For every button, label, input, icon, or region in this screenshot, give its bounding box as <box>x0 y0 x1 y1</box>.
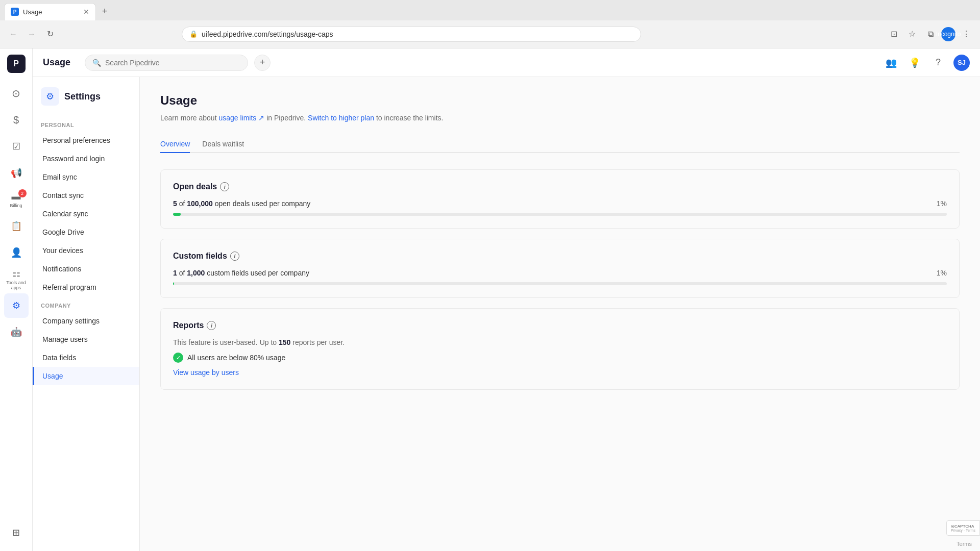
switch-plan-link[interactable]: Switch to higher plan <box>308 114 374 122</box>
nav-usage[interactable]: Usage <box>33 367 139 385</box>
sidebar-item-contacts[interactable]: 👤 <box>4 240 29 265</box>
bookmark-icon[interactable]: ☆ <box>904 27 920 42</box>
company-section-label: COMPANY <box>33 296 139 312</box>
icon-sidebar: P ⊙ $ ☑ 📢 ▬ Billing 2 📋 👤 ⚏ Tools and ap… <box>0 48 33 551</box>
help-icon[interactable]: ? <box>930 55 946 71</box>
page-title: Usage <box>160 93 960 108</box>
reports-title: Reports i <box>173 321 947 330</box>
open-deals-progress-bar <box>173 213 947 216</box>
nav-company-settings[interactable]: Company settings <box>33 312 139 330</box>
open-deals-count: 5 of 100,000 open deals used per company <box>173 199 310 208</box>
custom-fields-percent: 1% <box>937 269 947 277</box>
sidebar-item-store[interactable]: ⊞ <box>4 520 29 545</box>
reports-info-text: This feature is user-based. Up to 150 re… <box>173 338 947 346</box>
recaptcha-badge: reCAPTCHA Privacy - Terms <box>946 520 980 536</box>
url-text: uifeed.pipedrive.com/settings/usage-caps <box>202 30 633 38</box>
sidebar-item-reports[interactable]: 📋 <box>4 214 29 238</box>
app-logo[interactable]: P <box>7 55 26 73</box>
back-button[interactable]: ← <box>6 27 20 41</box>
sidebar-item-marketing[interactable]: 📢 <box>4 161 29 185</box>
store-icon: ⊞ <box>12 527 20 538</box>
forward-button[interactable]: → <box>24 27 39 41</box>
automations-icon: 🤖 <box>11 327 22 338</box>
check-text: All users are below 80% usage <box>187 354 285 362</box>
tab-overview[interactable]: Overview <box>160 136 190 153</box>
sidebar-item-settings[interactable]: ⚙ <box>4 293 29 318</box>
app: P ⊙ $ ☑ 📢 ▬ Billing 2 📋 👤 ⚏ Tools and ap… <box>0 48 980 551</box>
profile-icon[interactable]: Incognito <box>941 27 955 41</box>
more-options-icon[interactable]: ⋮ <box>959 27 974 42</box>
settings-icon: ⚙ <box>12 300 20 311</box>
tab-title: Usage <box>23 8 42 16</box>
view-usage-link[interactable]: View usage by users <box>173 368 239 377</box>
settings-sidebar: ⚙ Settings PERSONAL Personal preferences… <box>33 77 140 551</box>
tab-close-button[interactable]: ✕ <box>83 8 89 16</box>
bulb-icon[interactable]: 💡 <box>906 55 923 71</box>
user-avatar[interactable]: SJ <box>953 55 970 71</box>
reports-card: Reports i This feature is user-based. Up… <box>160 308 960 390</box>
open-deals-info-icon[interactable]: i <box>220 182 229 191</box>
search-bar[interactable]: 🔍 <box>85 55 248 71</box>
sidebar-item-tasks[interactable]: ☑ <box>4 134 29 159</box>
tab-deals-waitlist[interactable]: Deals waitlist <box>202 136 244 153</box>
usage-limits-link[interactable]: usage limits ↗ <box>218 114 264 122</box>
sidebar-item-billing[interactable]: ▬ Billing 2 <box>4 187 29 212</box>
sidebar-item-deals[interactable]: $ <box>4 108 29 132</box>
app-header: Usage 🔍 + 👥 💡 ? SJ <box>33 48 980 77</box>
open-deals-card: Open deals i 5 of 100,000 open deals use… <box>160 169 960 229</box>
nav-your-devices[interactable]: Your devices <box>33 241 139 260</box>
add-button[interactable]: + <box>254 55 271 71</box>
content-area: ⚙ Settings PERSONAL Personal preferences… <box>33 77 980 551</box>
tools-icon: ⚏ <box>12 268 20 279</box>
search-icon: 🔍 <box>92 59 101 67</box>
reports-info-icon[interactable]: i <box>207 321 216 330</box>
sidebar-item-automations[interactable]: 🤖 <box>4 320 29 344</box>
footer-terms: Terms <box>957 541 972 547</box>
check-circle-icon: ✓ <box>173 353 183 363</box>
nav-notifications[interactable]: Notifications <box>33 260 139 278</box>
reload-button[interactable]: ↻ <box>43 27 57 41</box>
nav-password-login[interactable]: Password and login <box>33 149 139 168</box>
nav-google-drive[interactable]: Google Drive <box>33 223 139 241</box>
custom-fields-count: 1 of 1,000 custom fields used per compan… <box>173 269 309 277</box>
cast-icon[interactable]: ⊡ <box>886 27 901 42</box>
lock-icon: 🔒 <box>189 30 198 38</box>
custom-fields-stat: 1 of 1,000 custom fields used per compan… <box>173 269 947 277</box>
billing-badge: 2 <box>18 189 27 197</box>
header-title: Usage <box>43 57 70 68</box>
tools-label: Tools and apps <box>4 280 29 290</box>
personal-section-label: PERSONAL <box>33 116 139 131</box>
custom-fields-title: Custom fields i <box>173 252 947 261</box>
settings-header: ⚙ Settings <box>33 77 139 112</box>
nav-referral-program[interactable]: Referral program <box>33 278 139 296</box>
tabs: Overview Deals waitlist <box>160 136 960 153</box>
browser-tabs: P Usage ✕ + <box>0 0 980 20</box>
sidebar-item-tools[interactable]: ⚏ Tools and apps <box>4 267 29 291</box>
contacts-icon: 👤 <box>11 247 22 258</box>
contacts-header-icon[interactable]: 👥 <box>883 55 899 71</box>
nav-data-fields[interactable]: Data fields <box>33 348 139 367</box>
search-input[interactable] <box>105 59 240 67</box>
new-tab-button[interactable]: + <box>96 3 113 20</box>
open-deals-title: Open deals i <box>173 182 947 191</box>
nav-menu: PERSONAL Personal preferences Password a… <box>33 112 139 389</box>
custom-fields-info-icon[interactable]: i <box>230 252 239 261</box>
marketing-icon: 📢 <box>11 167 22 179</box>
active-browser-tab[interactable]: P Usage ✕ <box>4 3 96 20</box>
settings-title: Settings <box>64 91 101 102</box>
nav-email-sync[interactable]: Email sync <box>33 168 139 186</box>
nav-calendar-sync[interactable]: Calendar sync <box>33 205 139 223</box>
nav-personal-preferences[interactable]: Personal preferences <box>33 131 139 149</box>
deals-icon: $ <box>13 114 19 126</box>
leads-icon: ⊙ <box>12 87 20 99</box>
reports-check-item: ✓ All users are below 80% usage <box>173 353 947 363</box>
nav-manage-users[interactable]: Manage users <box>33 330 139 348</box>
main-scroll: Usage Learn more about usage limits ↗ in… <box>140 77 980 551</box>
open-deals-progress-fill <box>173 213 181 216</box>
tab-favicon: P <box>11 8 19 16</box>
custom-fields-card: Custom fields i 1 of 1,000 custom fields… <box>160 239 960 298</box>
sidebar-item-leads[interactable]: ⊙ <box>4 81 29 106</box>
nav-contact-sync[interactable]: Contact sync <box>33 186 139 205</box>
address-bar[interactable]: 🔒 uifeed.pipedrive.com/settings/usage-ca… <box>182 27 641 42</box>
open-deals-stat: 5 of 100,000 open deals used per company… <box>173 199 947 208</box>
